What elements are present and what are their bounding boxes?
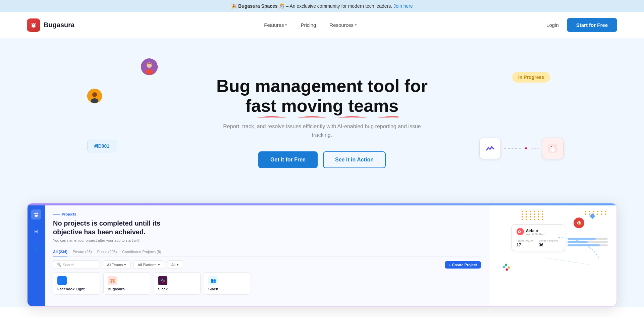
hero-section: In Progress #ID001 bbox=[0, 38, 644, 213]
project-name-bugasura: Bugasura bbox=[108, 287, 146, 291]
projects-label: Projects bbox=[53, 212, 481, 216]
project-name-facebook: Facebook Light bbox=[57, 287, 96, 291]
tab-public[interactable]: Public (203) bbox=[97, 248, 117, 256]
svg-point-9 bbox=[92, 92, 97, 97]
dot-grid-top bbox=[522, 211, 544, 220]
connector-line bbox=[504, 148, 521, 149]
login-link[interactable]: Login bbox=[546, 22, 559, 28]
slack-float-icon bbox=[501, 262, 512, 275]
app-right-panel: ✿ Airbnb AppAcTe Team Open Issues 17 bbox=[489, 205, 616, 306]
banner-emoji2: 🎊 bbox=[279, 3, 285, 9]
features-chevron-icon: ▾ bbox=[285, 23, 287, 27]
sidebar-icon-user[interactable]: 👤 bbox=[31, 243, 41, 253]
svg-point-19 bbox=[35, 215, 38, 217]
search-icon: 🔍 bbox=[57, 262, 61, 267]
project-card-facebook[interactable]: f Facebook Light bbox=[53, 272, 100, 295]
svg-point-17 bbox=[35, 213, 36, 214]
floating-avatar-1 bbox=[141, 58, 158, 75]
nav-cta-group: Login Start for Free bbox=[546, 18, 617, 32]
see-in-action-button[interactable]: See it in Action bbox=[323, 151, 386, 168]
nav-links: Features ▾ Pricing Resources ▾ bbox=[264, 22, 357, 28]
svg-point-18 bbox=[37, 213, 38, 214]
create-project-button[interactable]: + Create Project bbox=[445, 261, 481, 269]
project-card-slack2[interactable]: 👥 Slack bbox=[204, 272, 251, 295]
airbnb-stats: Open Issues 17 Closed Issues 36 bbox=[517, 239, 560, 247]
svg-point-15 bbox=[551, 146, 552, 147]
nav-pricing[interactable]: Pricing bbox=[301, 22, 316, 28]
app-tabs: All (234) Private (23) Public (203) Cont… bbox=[53, 248, 481, 256]
svg-point-27 bbox=[508, 267, 510, 269]
airbnb-logo-icon: ✿ bbox=[517, 228, 524, 235]
sidebar-icon-logo bbox=[31, 209, 41, 220]
project-card-slack1[interactable]: Slack bbox=[154, 272, 201, 295]
clickup-icon bbox=[479, 138, 501, 159]
bugasura-logo: 🐹 bbox=[108, 276, 117, 285]
svg-point-22 bbox=[163, 280, 165, 282]
svg-point-21 bbox=[161, 280, 162, 281]
slack-logo-2: 👥 bbox=[208, 276, 218, 285]
search-input[interactable]: 🔍 Search bbox=[53, 260, 100, 269]
app-sub-text: You can name your project after your app… bbox=[53, 238, 481, 242]
nav-logo[interactable]: Bugasura bbox=[27, 18, 74, 32]
banner-text: – An exclusive community for modern tech… bbox=[286, 3, 392, 9]
open-issues-stat: Open Issues 17 bbox=[517, 239, 534, 247]
svg-point-29 bbox=[506, 269, 508, 271]
progress-bars-mockup bbox=[568, 238, 608, 246]
floating-avatar-2 bbox=[87, 89, 102, 103]
filter-platform-button[interactable]: All Platform ▾ bbox=[133, 260, 164, 269]
top-banner: 🎉 Bugasura Spaces 🎊 – An exclusive commu… bbox=[0, 0, 644, 12]
integration-dots bbox=[531, 148, 539, 149]
resources-chevron-icon: ▾ bbox=[355, 23, 357, 27]
nav-resources[interactable]: Resources ▾ bbox=[329, 22, 357, 28]
project-cards: f Facebook Light 🐹 Bugasura Slack bbox=[53, 272, 481, 295]
app-hero-text: No projects is completed untill its obje… bbox=[53, 219, 180, 236]
logo-icon bbox=[27, 18, 40, 32]
bugasura-small-icon bbox=[542, 138, 564, 159]
app-sidebar: ⊞ 👤 bbox=[28, 205, 45, 306]
hero-title: Bug management tool for fast moving team… bbox=[216, 76, 428, 116]
tab-all[interactable]: All (234) bbox=[53, 248, 67, 256]
id-badge: #ID001 bbox=[87, 140, 116, 152]
svg-point-14 bbox=[550, 148, 555, 152]
sidebar-icon-grid[interactable]: ⊞ bbox=[31, 226, 41, 236]
svg-point-4 bbox=[34, 23, 35, 24]
bug-icon-float: 🐛 bbox=[574, 218, 584, 228]
app-shell: ⊞ 👤 Projects No projects is completed un… bbox=[27, 203, 617, 307]
airbnb-card: ✿ Airbnb AppAcTe Team Open Issues 17 bbox=[512, 224, 565, 251]
app-body: ⊞ 👤 Projects No projects is completed un… bbox=[28, 205, 616, 306]
filter-all-button[interactable]: All ▾ bbox=[167, 260, 183, 269]
get-it-free-button[interactable]: Get it for Free bbox=[258, 151, 318, 168]
start-for-free-button[interactable]: Start for Free bbox=[567, 18, 617, 32]
svg-point-28 bbox=[505, 264, 507, 266]
nav-logo-text: Bugasura bbox=[44, 21, 74, 29]
banner-join-link[interactable]: Join here bbox=[393, 3, 413, 9]
app-preview-wrapper: ⊞ 👤 Projects No projects is completed un… bbox=[0, 203, 644, 307]
svg-text:✿: ✿ bbox=[518, 230, 521, 234]
nav-features[interactable]: Features ▾ bbox=[264, 22, 287, 28]
airbnb-name: Airbnb bbox=[526, 229, 546, 233]
project-card-bugasura[interactable]: 🐹 Bugasura bbox=[103, 272, 150, 295]
tab-private[interactable]: Private (23) bbox=[73, 248, 92, 256]
tab-contributed[interactable]: Contributed Projects (8) bbox=[122, 248, 161, 256]
project-name-slack1: Slack bbox=[158, 287, 196, 291]
integration-diagram: ✿ Airbnb AppAcTe Team Open Issues 17 bbox=[495, 211, 611, 278]
svg-point-7 bbox=[145, 69, 153, 75]
navbar: Bugasura Features ▾ Pricing Resources ▾ … bbox=[0, 12, 644, 38]
svg-text:🐛: 🐛 bbox=[577, 221, 582, 225]
project-name-slack2: Slack bbox=[208, 287, 247, 291]
svg-point-10 bbox=[91, 98, 98, 103]
svg-point-2 bbox=[32, 25, 36, 28]
banner-emoji1: 🎉 bbox=[231, 3, 237, 9]
dot-grid-right bbox=[585, 211, 608, 215]
app-main: Projects No projects is completed untill… bbox=[45, 205, 489, 306]
hero-subtitle: Report, track, and resolve issues effici… bbox=[221, 122, 423, 139]
airbnb-team: AppAcTe Team bbox=[526, 233, 546, 236]
hero-title-highlight: fast moving teams bbox=[246, 96, 399, 116]
svg-point-24 bbox=[162, 281, 164, 283]
svg-point-23 bbox=[162, 279, 163, 280]
integration-widget bbox=[479, 138, 564, 159]
filter-teams-button[interactable]: All Teams ▾ bbox=[103, 260, 130, 269]
banner-brand: Bugasura Spaces bbox=[238, 3, 278, 9]
hero-buttons: Get it for Free See it in Action bbox=[258, 151, 386, 168]
svg-text:f: f bbox=[59, 278, 61, 283]
